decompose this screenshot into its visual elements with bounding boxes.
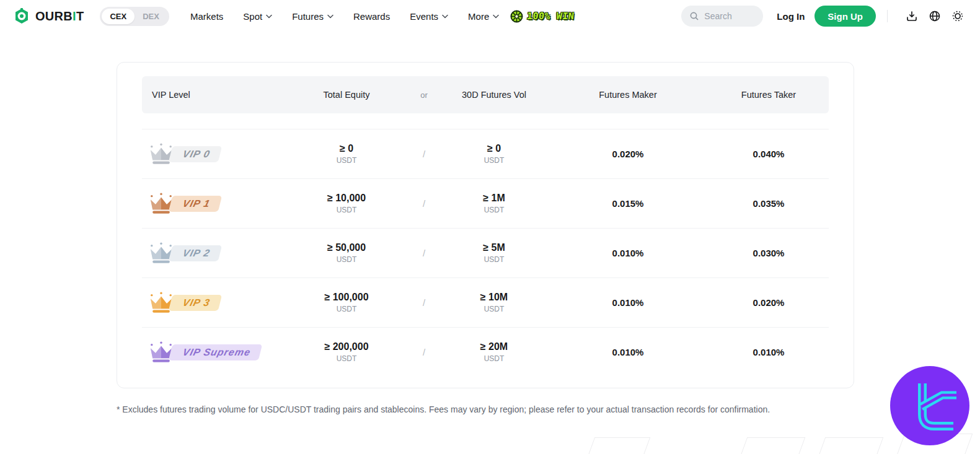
futures-vol-cell: ≥ 20M USDT bbox=[439, 341, 549, 363]
futures-taker-cell: 0.035% bbox=[707, 198, 830, 209]
or-slash: / bbox=[408, 347, 439, 357]
menu-item-events[interactable]: Events bbox=[410, 11, 448, 22]
total-equity-cell: ≥ 100,000 USDT bbox=[285, 292, 408, 313]
toggle-dex[interactable]: DEX bbox=[135, 9, 167, 24]
futures-maker-cell: 0.015% bbox=[549, 198, 707, 209]
futures-taker-cell: 0.030% bbox=[707, 248, 830, 258]
vip-level-cell: VIP Supreme bbox=[142, 341, 285, 364]
vip-level-badge: VIP Supreme bbox=[169, 344, 263, 360]
header-vip-level: VIP Level bbox=[142, 90, 285, 100]
fee-footnote: * Excludes futures trading volume for US… bbox=[117, 404, 770, 414]
search-box[interactable] bbox=[681, 6, 763, 27]
nav-divider bbox=[887, 10, 888, 22]
or-slash: / bbox=[408, 149, 439, 159]
menu-item-label: Markets bbox=[190, 11, 223, 22]
or-slash: / bbox=[408, 198, 439, 209]
or-slash: / bbox=[408, 297, 439, 308]
table-row: VIP 3 ≥ 100,000 USDT / ≥ 10M USDT 0.010%… bbox=[142, 277, 829, 327]
vip-level-badge: VIP 1 bbox=[169, 196, 222, 212]
menu-item-rewards[interactable]: Rewards bbox=[353, 11, 390, 22]
futures-maker-cell: 0.010% bbox=[549, 347, 707, 357]
header-total-equity: Total Equity bbox=[285, 90, 408, 100]
prize-wheel-icon bbox=[510, 10, 523, 23]
total-equity-cell: ≥ 50,000 USDT bbox=[285, 242, 408, 264]
table-row: VIP 1 ≥ 10,000 USDT / ≥ 1M USDT 0.015% 0… bbox=[142, 178, 829, 228]
download-app-icon[interactable] bbox=[903, 7, 920, 25]
chevron-down-icon bbox=[493, 14, 499, 19]
brand-logo[interactable]: OURBIT bbox=[14, 8, 84, 24]
menu-item-more[interactable]: More bbox=[468, 11, 499, 22]
futures-vol-cell: ≥ 1M USDT bbox=[439, 193, 549, 214]
main-menu: MarketsSpotFuturesRewardsEventsMore bbox=[190, 11, 499, 22]
signup-button[interactable]: Sign Up bbox=[814, 6, 876, 27]
page: OURBIT CEX DEX MarketsSpotFuturesRewards… bbox=[0, 0, 980, 454]
table-row: VIP 2 ≥ 50,000 USDT / ≥ 5M USDT 0.010% 0… bbox=[142, 228, 829, 277]
search-input[interactable] bbox=[704, 11, 760, 21]
vip-level-cell: VIP 0 bbox=[142, 142, 285, 166]
vip-level-cell: VIP 3 bbox=[142, 291, 285, 315]
vip-level-cell: VIP 2 bbox=[142, 242, 285, 265]
header-30d-futures-vol: 30D Futures Vol bbox=[439, 90, 549, 100]
language-globe-icon[interactable] bbox=[926, 7, 943, 25]
top-navbar: OURBIT CEX DEX MarketsSpotFuturesRewards… bbox=[0, 0, 980, 32]
header-or: or bbox=[408, 90, 439, 100]
total-equity-cell: ≥ 0 USDT bbox=[285, 143, 408, 165]
total-equity-cell: ≥ 200,000 USDT bbox=[285, 341, 408, 363]
futures-vol-cell: ≥ 0 USDT bbox=[439, 143, 549, 165]
menu-item-label: Events bbox=[410, 11, 438, 22]
decor-parallelogram bbox=[738, 437, 806, 454]
header-futures-taker: Futures Taker bbox=[707, 90, 830, 100]
promo-100-win[interactable]: 100% WIN bbox=[510, 10, 574, 23]
table-row: VIP 0 ≥ 0 USDT / ≥ 0 USDT 0.020% 0.040% bbox=[142, 129, 829, 178]
menu-item-label: More bbox=[468, 11, 489, 22]
futures-vol-cell: ≥ 5M USDT bbox=[439, 242, 549, 264]
decor-parallelogram bbox=[816, 437, 884, 454]
futures-maker-cell: 0.020% bbox=[549, 149, 707, 159]
menu-item-markets[interactable]: Markets bbox=[190, 11, 223, 22]
futures-taker-cell: 0.040% bbox=[707, 149, 830, 159]
or-slash: / bbox=[408, 248, 439, 258]
futures-vol-cell: ≥ 10M USDT bbox=[439, 292, 549, 313]
chevron-down-icon bbox=[266, 14, 272, 19]
coin-logo[interactable] bbox=[890, 366, 969, 445]
futures-maker-cell: 0.010% bbox=[549, 297, 707, 308]
cex-dex-toggle[interactable]: CEX DEX bbox=[100, 7, 169, 26]
total-equity-cell: ≥ 10,000 USDT bbox=[285, 193, 408, 214]
toggle-cex[interactable]: CEX bbox=[102, 9, 135, 24]
decor-parallelogram bbox=[586, 437, 651, 454]
nav-right: Log In Sign Up bbox=[681, 6, 966, 27]
futures-taker-cell: 0.010% bbox=[707, 347, 830, 357]
theme-sun-icon[interactable] bbox=[949, 7, 966, 25]
table-row: VIP Supreme ≥ 200,000 USDT / ≥ 20M USDT … bbox=[142, 327, 829, 377]
vip-level-badge: VIP 0 bbox=[169, 146, 222, 162]
search-icon bbox=[689, 11, 699, 21]
menu-item-label: Spot bbox=[243, 11, 262, 22]
vip-level-badge: VIP 3 bbox=[169, 295, 222, 311]
vip-level-cell: VIP 1 bbox=[142, 192, 285, 216]
vip-fee-table-card: VIP Level Total Equity or 30D Futures Vo… bbox=[117, 62, 854, 388]
menu-item-futures[interactable]: Futures bbox=[292, 11, 333, 22]
ourbit-logo-icon bbox=[14, 8, 30, 24]
menu-item-label: Futures bbox=[292, 11, 324, 22]
futures-taker-cell: 0.020% bbox=[707, 297, 830, 308]
table-header-row: VIP Level Total Equity or 30D Futures Vo… bbox=[142, 76, 829, 113]
brand-name: OURBIT bbox=[35, 9, 84, 24]
header-futures-maker: Futures Maker bbox=[549, 90, 707, 100]
futures-maker-cell: 0.010% bbox=[549, 248, 707, 258]
promo-label: 100% WIN bbox=[526, 11, 575, 22]
login-link[interactable]: Log In bbox=[777, 11, 805, 22]
vip-level-badge: VIP 2 bbox=[169, 245, 222, 261]
menu-item-spot[interactable]: Spot bbox=[243, 11, 272, 22]
menu-item-label: Rewards bbox=[353, 11, 390, 22]
table-body: VIP 0 ≥ 0 USDT / ≥ 0 USDT 0.020% 0.040% bbox=[142, 129, 829, 377]
chevron-down-icon bbox=[442, 14, 448, 19]
chevron-down-icon bbox=[327, 14, 333, 19]
